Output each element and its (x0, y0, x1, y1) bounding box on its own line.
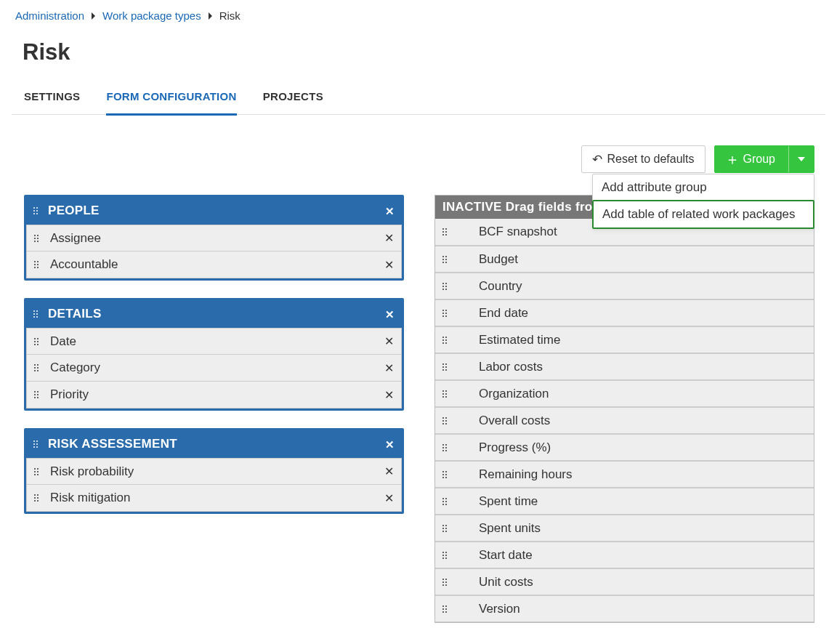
page-title: Risk (12, 39, 825, 65)
remove-field-button[interactable]: ✕ (384, 361, 394, 375)
drag-handle-icon[interactable] (442, 579, 447, 586)
field-row[interactable]: Category✕ (26, 355, 402, 382)
field-row[interactable]: Assignee✕ (26, 225, 402, 251)
drag-handle-icon[interactable] (442, 228, 447, 236)
drag-handle-icon[interactable] (442, 337, 447, 344)
breadcrumb: Administration Work package types Risk (12, 9, 825, 22)
reset-to-defaults-button[interactable]: ↶ Reset to defaults (581, 145, 705, 173)
drag-handle-icon[interactable] (442, 256, 447, 263)
inactive-field-row[interactable]: Spent time (435, 488, 814, 515)
remove-field-button[interactable]: ✕ (384, 334, 394, 348)
tab-projects[interactable]: PROJECTS (263, 90, 323, 116)
breadcrumb-link-administration[interactable]: Administration (15, 9, 84, 22)
field-label: Version (458, 602, 806, 616)
add-group-dropdown-toggle[interactable] (788, 146, 814, 172)
breadcrumb-current: Risk (219, 9, 240, 22)
field-row[interactable]: Accountable✕ (26, 251, 402, 278)
drag-handle-icon[interactable] (442, 498, 447, 505)
drag-handle-icon[interactable] (33, 310, 38, 318)
field-label: Labor costs (458, 360, 806, 374)
drag-handle-icon[interactable] (442, 605, 447, 613)
drag-handle-icon[interactable] (442, 310, 447, 317)
drag-handle-icon[interactable] (442, 471, 447, 478)
drag-handle-icon[interactable] (442, 444, 447, 451)
drag-handle-icon[interactable] (442, 552, 447, 559)
inactive-field-row[interactable]: End date (435, 299, 814, 326)
inactive-field-row[interactable]: Start date (435, 542, 814, 568)
drag-handle-icon[interactable] (34, 494, 39, 502)
inactive-field-row[interactable]: Version (435, 595, 814, 622)
field-row[interactable]: Risk mitigation✕ (26, 485, 402, 512)
field-label: Organization (458, 387, 806, 401)
group-title: PEOPLE (48, 204, 395, 218)
inactive-field-row[interactable]: Remaining hours (435, 461, 814, 488)
group-header: RISK ASSESSEMENT✕ (26, 430, 402, 458)
add-group-dropdown: Add attribute group Add table of related… (592, 174, 814, 229)
field-row[interactable]: Date✕ (26, 328, 402, 355)
attribute-group: PEOPLE✕Assignee✕Accountable✕ (24, 195, 404, 281)
field-label: Accountable (50, 257, 373, 272)
field-label: Risk mitigation (50, 491, 373, 505)
drag-handle-icon[interactable] (34, 468, 39, 475)
field-label: Budget (458, 252, 806, 267)
remove-group-button[interactable]: ✕ (385, 438, 395, 451)
tab-settings[interactable]: SETTINGS (24, 90, 80, 116)
group-title: RISK ASSESSEMENT (48, 437, 395, 451)
inactive-field-row[interactable]: Spent units (435, 515, 814, 542)
undo-icon: ↶ (592, 153, 602, 166)
drag-handle-icon[interactable] (34, 235, 39, 242)
inactive-field-row[interactable]: Progress (%) (435, 434, 814, 461)
button-label: Reset to defaults (607, 153, 694, 166)
field-label: Estimated time (458, 333, 806, 347)
remove-field-button[interactable]: ✕ (384, 258, 394, 272)
field-label: Unit costs (458, 575, 806, 589)
drag-handle-icon[interactable] (34, 261, 39, 268)
drag-handle-icon[interactable] (442, 363, 447, 371)
inactive-field-row[interactable]: Overall costs (435, 407, 814, 434)
plus-icon: ＋ (725, 152, 740, 166)
drag-handle-icon[interactable] (34, 391, 39, 398)
inactive-field-row[interactable]: Budget (435, 246, 814, 273)
add-group-button[interactable]: ＋ Group (714, 145, 814, 173)
field-label: Priority (50, 387, 373, 402)
inactive-field-row[interactable]: Estimated time (435, 326, 814, 353)
field-label: Overall costs (458, 414, 806, 428)
drag-handle-icon[interactable] (442, 283, 447, 290)
drag-handle-icon[interactable] (442, 417, 447, 424)
field-label: Spent units (458, 521, 806, 536)
field-label: Risk probability (50, 464, 373, 479)
remove-group-button[interactable]: ✕ (385, 308, 395, 321)
field-row[interactable]: Priority✕ (26, 382, 402, 408)
field-label: Start date (458, 548, 806, 563)
remove-group-button[interactable]: ✕ (385, 205, 395, 218)
menu-item-add-table-of-related-work-packages[interactable]: Add table of related work packages (592, 200, 814, 229)
inactive-field-row[interactable]: Country (435, 273, 814, 299)
remove-field-button[interactable]: ✕ (384, 491, 394, 505)
remove-field-button[interactable]: ✕ (384, 231, 394, 245)
breadcrumb-link-work-package-types[interactable]: Work package types (102, 9, 201, 22)
chevron-right-icon (92, 12, 95, 20)
drag-handle-icon[interactable] (442, 525, 447, 532)
drag-handle-icon[interactable] (34, 338, 39, 345)
toolbar: ↶ Reset to defaults ＋ Group Add attribut… (12, 145, 814, 173)
drag-handle-icon[interactable] (33, 207, 38, 214)
drag-handle-icon[interactable] (33, 440, 38, 448)
field-label: Category (50, 361, 373, 375)
attribute-group: DETAILS✕Date✕Category✕Priority✕ (24, 298, 404, 411)
tab-form-configuration[interactable]: FORM CONFIGURATION (106, 90, 236, 116)
drag-handle-icon[interactable] (442, 390, 447, 398)
field-label: Assignee (50, 231, 373, 246)
inactive-field-row[interactable]: Unit costs (435, 568, 814, 595)
inactive-field-row[interactable]: Organization (435, 380, 814, 407)
inactive-field-row[interactable]: Labor costs (435, 353, 814, 380)
field-row[interactable]: Risk probability✕ (26, 458, 402, 485)
remove-field-button[interactable]: ✕ (384, 388, 394, 402)
field-label: Progress (%) (458, 440, 806, 455)
inactive-column: INACTIVE Drag fields from BCF snapshotBu… (434, 195, 814, 623)
group-title: DETAILS (48, 307, 395, 321)
field-label: Country (458, 279, 806, 294)
remove-field-button[interactable]: ✕ (384, 464, 394, 478)
menu-item-add-attribute-group[interactable]: Add attribute group (593, 174, 814, 201)
field-label: End date (458, 306, 806, 321)
drag-handle-icon[interactable] (34, 364, 39, 371)
